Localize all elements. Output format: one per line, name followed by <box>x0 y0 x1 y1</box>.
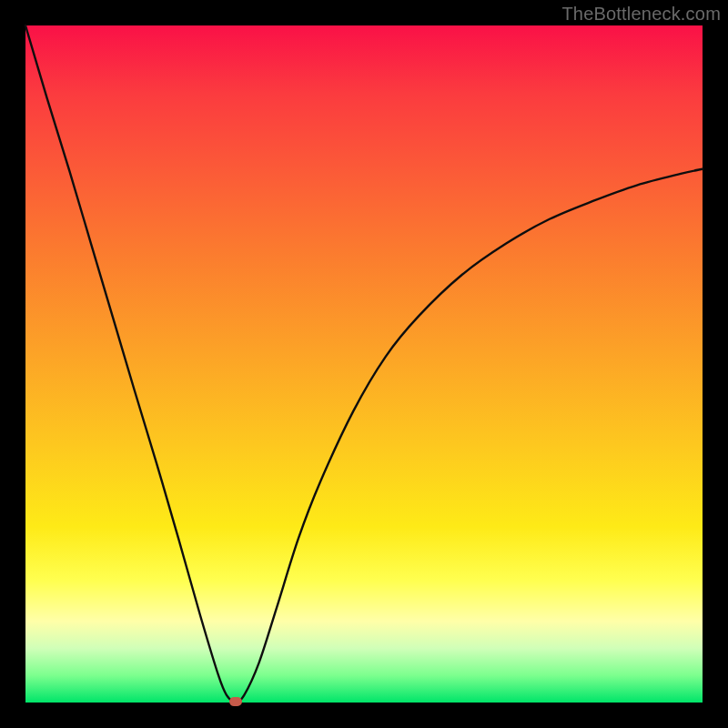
chart-frame: TheBottleneck.com <box>0 0 728 728</box>
watermark-text: TheBottleneck.com <box>561 4 721 25</box>
minimum-marker <box>229 697 242 706</box>
plot-area <box>25 25 703 703</box>
bottleneck-curve <box>25 25 703 703</box>
